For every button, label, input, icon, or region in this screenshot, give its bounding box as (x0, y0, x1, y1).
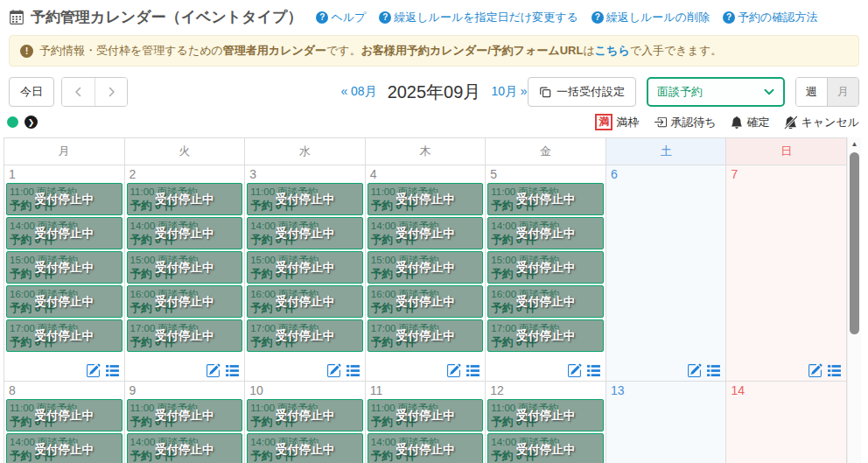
next-month-link[interactable]: 10月 » (491, 84, 527, 100)
banner-text-bold1: 管理者用カレンダー (223, 44, 326, 57)
event-status-overlay: 受付停止中 (248, 400, 362, 431)
event-status-overlay: 受付停止中 (488, 286, 603, 317)
question-icon: ? (723, 11, 735, 24)
event-slot-14:00[interactable]: 14:00 面談予約予約 0 件受付停止中 (487, 217, 604, 249)
list-icon[interactable] (346, 363, 360, 378)
event-slot-14:00[interactable]: 14:00 面談予約予約 0 件受付停止中 (247, 433, 363, 463)
list-icon[interactable] (105, 363, 120, 378)
event-slot-15:00[interactable]: 15:00 面談予約予約 0 件受付停止中 (6, 251, 122, 284)
edit-icon[interactable] (567, 363, 582, 378)
event-slot-11:00[interactable]: 11:00 面談予約予約 0 件受付停止中 (6, 183, 122, 215)
event-slot-11:00[interactable]: 11:00 面談予約予約 0 件受付停止中 (6, 399, 122, 431)
event-slot-11:00[interactable]: 11:00 面談予約予約 0 件受付停止中 (368, 183, 484, 215)
event-slot-14:00[interactable]: 14:00 面談予約予約 0 件受付停止中 (368, 217, 484, 249)
edit-icon[interactable] (446, 363, 461, 378)
edit-icon[interactable] (86, 363, 101, 378)
event-slot-11:00[interactable]: 11:00 面談予約予約 0 件受付停止中 (247, 399, 363, 431)
event-status-overlay: 受付停止中 (368, 286, 483, 317)
legend-full-label: 満枠 (616, 115, 639, 130)
next-arrow-button[interactable] (94, 78, 127, 106)
event-slot-14:00[interactable]: 14:00 面談予約予約 0 件受付停止中 (368, 433, 484, 463)
event-slot-16:00[interactable]: 16:00 面談予約予約 0 件受付停止中 (6, 285, 122, 318)
list-icon[interactable] (706, 363, 721, 378)
scroll-up-arrow[interactable]: ▲ (848, 140, 861, 149)
event-slot-17:00[interactable]: 17:00 面談予約予約 0 件受付停止中 (6, 319, 122, 352)
edit-icon[interactable] (326, 363, 341, 378)
event-type-select[interactable]: 面談予約 (647, 77, 785, 107)
help-link[interactable]: ? ヘルプ (316, 10, 366, 25)
event-slot-17:00[interactable]: 17:00 面談予約予約 0 件受付停止中 (368, 319, 484, 352)
event-status-overlay: 受付停止中 (128, 286, 242, 317)
event-slot-14:00[interactable]: 14:00 面談予約予約 0 件受付停止中 (247, 217, 363, 249)
legend-pending: 承認待ち (654, 115, 716, 130)
day-number: 6 (606, 165, 726, 183)
event-status-overlay: 受付停止中 (368, 434, 483, 463)
event-slot-11:00[interactable]: 11:00 面談予約予約 0 件受付停止中 (247, 183, 363, 215)
rule-change-link[interactable]: ? 繰返しルールを指定日だけ変更する (379, 10, 578, 25)
expand-arrow-icon[interactable]: ❯ (24, 116, 38, 129)
event-slot-14:00[interactable]: 14:00 面談予約予約 0 件受付停止中 (6, 433, 122, 463)
event-list: 11:00 面談予約予約 0 件受付停止中14:00 面談予約予約 0 件受付停… (245, 399, 365, 463)
legend-confirmed: 確定 (731, 115, 769, 130)
edit-icon[interactable] (808, 363, 822, 378)
confirm-method-link[interactable]: ? 予約の確認方法 (723, 10, 817, 25)
event-slot-15:00[interactable]: 15:00 面談予約予約 0 件受付停止中 (247, 251, 363, 284)
week-row-2: 811:00 面談予約予約 0 件受付停止中14:00 面談予約予約 0 件受付… (4, 381, 846, 463)
today-button[interactable]: 今日 (9, 77, 54, 107)
day-cell-8: 811:00 面談予約予約 0 件受付停止中14:00 面談予約予約 0 件受付… (4, 382, 125, 463)
event-slot-15:00[interactable]: 15:00 面談予約予約 0 件受付停止中 (127, 251, 243, 284)
weekday-header-火: 火 (125, 138, 246, 165)
question-icon: ? (316, 11, 328, 24)
event-slot-17:00[interactable]: 17:00 面談予約予約 0 件受付停止中 (247, 319, 363, 352)
weekday-header-土: 土 (606, 138, 727, 165)
event-status-overlay: 受付停止中 (248, 434, 362, 463)
list-icon[interactable] (827, 363, 842, 378)
day-number: 10 (245, 382, 365, 399)
day-cell-9: 911:00 面談予約予約 0 件受付停止中14:00 面談予約予約 0 件受付… (125, 382, 246, 463)
event-slot-11:00[interactable]: 11:00 面談予約予約 0 件受付停止中 (487, 183, 604, 215)
event-slot-11:00[interactable]: 11:00 面談予約予約 0 件受付停止中 (127, 399, 243, 431)
event-slot-16:00[interactable]: 16:00 面談予約予約 0 件受付停止中 (247, 285, 363, 318)
banner-here-link[interactable]: こちら (595, 44, 630, 57)
page-title: 予約管理カレンダー（イベントタイプ） (9, 7, 302, 27)
day-cell-actions (808, 363, 842, 378)
event-slot-14:00[interactable]: 14:00 面談予約予約 0 件受付停止中 (127, 433, 243, 463)
edit-icon[interactable] (687, 363, 702, 378)
prev-arrow-button[interactable] (62, 78, 94, 106)
event-status-overlay: 受付停止中 (488, 252, 603, 283)
list-icon[interactable] (466, 363, 480, 378)
week-view-button[interactable]: 週 (796, 78, 827, 106)
event-slot-16:00[interactable]: 16:00 面談予約予約 0 件受付停止中 (368, 285, 484, 318)
prev-month-link[interactable]: « 08月 (340, 84, 376, 100)
weekday-header-月: 月 (4, 138, 125, 165)
event-slot-14:00[interactable]: 14:00 面談予約予約 0 件受付停止中 (6, 217, 122, 249)
day-cell-actions (86, 363, 120, 378)
event-status-overlay: 受付停止中 (368, 218, 483, 249)
month-view-button[interactable]: 月 (827, 78, 858, 106)
scrollbar[interactable]: ▲ (847, 137, 861, 463)
rule-delete-link[interactable]: ? 繰返しルールの削除 (592, 10, 710, 25)
event-slot-14:00[interactable]: 14:00 面談予約予約 0 件受付停止中 (487, 433, 604, 463)
scrollbar-thumb[interactable] (850, 152, 859, 334)
event-type-color-dot (7, 116, 18, 128)
event-status-overlay: 受付停止中 (7, 184, 122, 214)
event-slot-11:00[interactable]: 11:00 面談予約予約 0 件受付停止中 (368, 399, 484, 431)
list-icon[interactable] (586, 363, 601, 378)
weekday-header-日: 日 (726, 138, 846, 165)
event-slot-16:00[interactable]: 16:00 面談予約予約 0 件受付停止中 (127, 285, 243, 318)
edit-icon[interactable] (206, 363, 220, 378)
event-slot-11:00[interactable]: 11:00 面談予約予約 0 件受付停止中 (487, 399, 604, 431)
list-icon[interactable] (225, 363, 240, 378)
day-cell-1: 111:00 面談予約予約 0 件受付停止中14:00 面談予約予約 0 件受付… (4, 165, 125, 381)
event-slot-14:00[interactable]: 14:00 面談予約予約 0 件受付停止中 (127, 217, 243, 249)
event-list: 11:00 面談予約予約 0 件受付停止中14:00 面談予約予約 0 件受付停… (486, 399, 606, 463)
event-slot-15:00[interactable]: 15:00 面談予約予約 0 件受付停止中 (487, 251, 604, 284)
event-slot-15:00[interactable]: 15:00 面談予約予約 0 件受付停止中 (368, 251, 484, 284)
calendar-wrap: 月火水木金土日111:00 面談予約予約 0 件受付停止中14:00 面談予約予… (4, 137, 861, 463)
event-slot-16:00[interactable]: 16:00 面談予約予約 0 件受付停止中 (487, 285, 604, 318)
bulk-setting-button[interactable]: 一括受付設定 (528, 77, 636, 107)
event-slot-17:00[interactable]: 17:00 面談予約予約 0 件受付停止中 (487, 319, 604, 352)
event-slot-11:00[interactable]: 11:00 面談予約予約 0 件受付停止中 (127, 183, 243, 215)
confirm-method-link-label: 予約の確認方法 (738, 10, 817, 25)
event-slot-17:00[interactable]: 17:00 面談予約予約 0 件受付停止中 (127, 319, 243, 352)
